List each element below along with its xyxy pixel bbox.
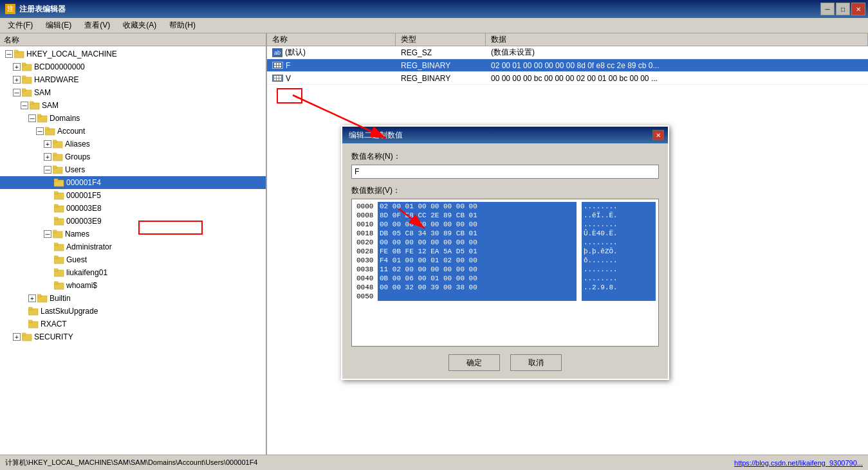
title-bar: 注 注册表编辑器 ─ □ ✕ xyxy=(0,0,868,18)
status-path: 计算机\HKEY_LOCAL_MACHINE\SAM\SAM\Domains\A… xyxy=(5,458,257,467)
tree-label-guest: Guest xyxy=(66,255,87,264)
col-header-data: 数据 xyxy=(486,33,868,46)
hex-grid[interactable]: 0000 02 00 01 00 00 00 00 00 ........ 00… xyxy=(351,199,659,347)
folder-icon-hklm xyxy=(14,50,24,59)
tree-item-hklm[interactable]: ─ HKEY_LOCAL_MACHINE xyxy=(0,48,266,60)
menu-edit[interactable]: 编辑(E) xyxy=(41,19,77,32)
window-controls[interactable]: ─ □ ✕ xyxy=(820,3,865,15)
toggle-groups[interactable]: + xyxy=(44,153,51,161)
folder-icon-sam2 xyxy=(30,101,40,110)
toggle-users[interactable]: ─ xyxy=(44,166,51,174)
toggle-aliases[interactable]: + xyxy=(44,140,51,148)
toggle-hklm[interactable]: ─ xyxy=(5,50,13,58)
toggle-names[interactable]: ─ xyxy=(44,230,51,238)
tree-label-whoami: whoami$ xyxy=(66,281,97,290)
menu-favorites[interactable]: 收藏夹(A) xyxy=(118,19,162,32)
maximize-button[interactable]: □ xyxy=(836,3,850,15)
svg-rect-13 xyxy=(45,127,49,130)
menu-help[interactable]: 帮助(H) xyxy=(164,19,201,32)
status-bar: 计算机\HKEY_LOCAL_MACHINE\SAM\SAM\Domains\A… xyxy=(0,455,868,470)
svg-rect-11 xyxy=(37,114,41,117)
dialog-close-button[interactable]: ✕ xyxy=(652,130,664,140)
tree-item-administrator[interactable]: Administrator xyxy=(0,240,266,253)
dialog-name-label: 数值名称(N)： xyxy=(351,151,659,162)
folder-icon-bcd xyxy=(22,62,32,71)
reg-row-default[interactable]: ab (默认) REG_SZ (数值未设置) xyxy=(267,46,868,59)
svg-rect-19 xyxy=(53,166,57,168)
reg-row-f[interactable]: F REG_BINARY 02 00 01 00 00 00 00 00 8d … xyxy=(267,59,868,72)
toggle-account[interactable]: ─ xyxy=(36,127,44,135)
tree-item-names[interactable]: ─ Names xyxy=(0,228,266,240)
cancel-button[interactable]: 取消 xyxy=(510,354,562,371)
tree-label-administrator: Administrator xyxy=(66,242,112,251)
toggle-builtin[interactable]: + xyxy=(28,294,36,302)
hex-row-0010: 0010 00 00 00 00 00 00 00 00 ........ xyxy=(355,220,656,229)
svg-rect-37 xyxy=(54,282,58,284)
toggle-sam[interactable]: ─ xyxy=(13,89,21,96)
menu-view[interactable]: 查看(V) xyxy=(79,19,115,32)
tree-label-sam: SAM xyxy=(34,88,51,97)
reg-name-v: V xyxy=(286,74,291,83)
hex-row-0018: 0018 DB 05 C8 34 30 89 CB 01 Û.È40.Ë. xyxy=(355,229,656,238)
hex-row-0030: 0030 F4 01 00 00 01 02 00 00 ô....... xyxy=(355,256,656,265)
tree-content[interactable]: ─ HKEY_LOCAL_MACHINE + BCD00000000 + xyxy=(0,46,266,455)
tree-item-000003e8[interactable]: 000003E8 xyxy=(0,202,266,215)
tree-item-liukaifeng[interactable]: liukaifeng01 xyxy=(0,266,266,279)
right-header: 名称 类型 数据 xyxy=(267,33,868,46)
svg-rect-29 xyxy=(53,230,57,233)
tree-label-rxact: RXACT xyxy=(41,320,67,329)
folder-icon-liukaifeng xyxy=(54,268,64,277)
reg-name-f: F xyxy=(286,61,290,70)
hex-row-0028: 0028 FE 0B FE 12 EA 5A D5 01 þ.þ.êZÕ. xyxy=(355,247,656,256)
menu-file[interactable]: 文件(F) xyxy=(3,19,38,32)
toggle-security[interactable]: + xyxy=(13,333,21,341)
folder-icon-000001f5 xyxy=(54,191,64,200)
dialog-title-bar: 编辑二进制数值 ✕ xyxy=(342,127,668,143)
hex-row-0000: 0000 02 00 01 00 00 00 00 00 ........ xyxy=(355,202,656,211)
toggle-sam2[interactable]: ─ xyxy=(21,102,28,109)
binary-edit-dialog[interactable]: 编辑二进制数值 ✕ 数值名称(N)： 数值数据(V)： 0000 02 00 0… xyxy=(341,125,669,380)
tree-item-aliases[interactable]: + Aliases xyxy=(0,138,266,150)
tree-item-domains[interactable]: ─ Domains xyxy=(0,112,266,125)
tree-item-sam[interactable]: ─ SAM xyxy=(0,86,266,99)
toggle-hardware[interactable]: + xyxy=(13,76,21,84)
tree-item-rxact[interactable]: RXACT xyxy=(0,318,266,330)
close-button[interactable]: ✕ xyxy=(851,3,865,15)
dialog-data-label: 数值数据(V)： xyxy=(351,185,659,196)
tree-item-account[interactable]: ─ Account xyxy=(0,125,266,138)
ok-button[interactable]: 确定 xyxy=(448,354,500,371)
tree-item-builtin[interactable]: + Builtin xyxy=(0,292,266,305)
folder-icon-whoami xyxy=(54,281,64,290)
tree-item-bcd[interactable]: + BCD00000000 xyxy=(0,60,266,73)
tree-label-groups: Groups xyxy=(65,152,90,161)
dialog-name-input[interactable] xyxy=(351,165,659,179)
tree-item-hardware[interactable]: + HARDWARE xyxy=(0,73,266,86)
svg-rect-17 xyxy=(53,153,57,156)
tree-item-whoami[interactable]: whoami$ xyxy=(0,279,266,292)
folder-icon-hardware xyxy=(22,75,32,84)
tree-item-000001f4[interactable]: 000001F4 xyxy=(0,176,266,189)
tree-item-guest[interactable]: Guest xyxy=(0,253,266,266)
svg-rect-33 xyxy=(54,256,58,258)
reg-row-v[interactable]: V REG_BINARY 00 00 00 00 bc 00 00 00 02 … xyxy=(267,72,868,85)
tree-item-lastsku[interactable]: LastSkuUpgrade xyxy=(0,305,266,318)
title-bar-left: 注 注册表编辑器 xyxy=(5,4,66,15)
svg-rect-9 xyxy=(30,102,33,104)
minimize-button[interactable]: ─ xyxy=(820,3,835,15)
tree-item-security[interactable]: + SECURITY xyxy=(0,330,266,343)
icon-grid-v xyxy=(272,75,283,82)
tree-item-sam2[interactable]: ─ SAM xyxy=(0,99,266,112)
svg-rect-23 xyxy=(54,192,58,194)
hex-row-0008: 0008 8D 0F E8 CC 2E 89 CB 01 ..ëÏ..Ë. xyxy=(355,211,656,220)
tree-item-groups[interactable]: + Groups xyxy=(0,150,266,163)
toggle-bcd[interactable]: + xyxy=(13,63,21,71)
folder-icon-guest xyxy=(54,255,64,264)
tree-item-users[interactable]: ─ Users xyxy=(0,163,266,176)
folder-icon-aliases xyxy=(53,140,63,149)
toggle-domains[interactable]: ─ xyxy=(28,114,36,122)
tree-item-000003e9[interactable]: 000003E9 xyxy=(0,215,266,228)
svg-rect-25 xyxy=(54,204,58,207)
tree-item-000001f5[interactable]: 000001F5 xyxy=(0,189,266,202)
folder-icon-000003e8 xyxy=(54,204,64,213)
dialog-buttons: 确定 取消 xyxy=(351,354,659,371)
